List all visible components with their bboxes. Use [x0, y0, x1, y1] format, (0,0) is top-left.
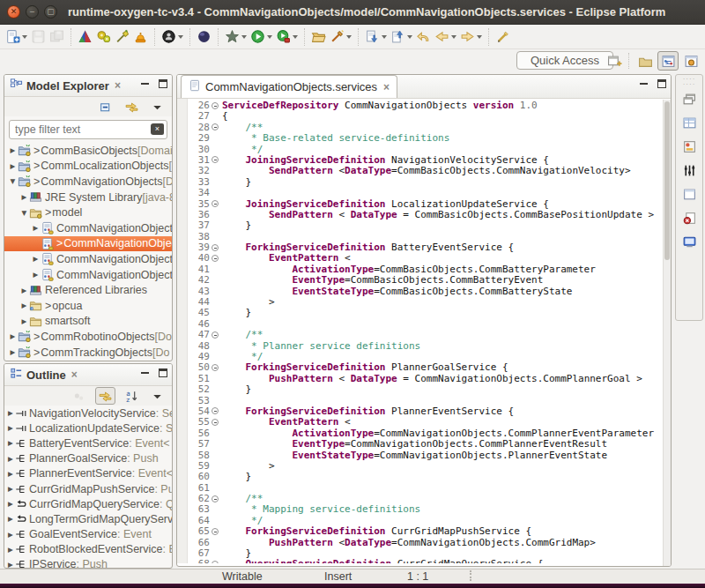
fold-marker-icon[interactable]: [210, 417, 222, 428]
dropdown-arrow-icon[interactable]: [451, 35, 456, 39]
tree-item-commtrackingobjects[interactable]: ▶> CommTrackingObjects [Do: [4, 345, 172, 361]
tree-item-referenced-libraries[interactable]: ▶Referenced Libraries: [4, 282, 172, 298]
toolbar-clean-icon[interactable]: [113, 26, 131, 48]
view-toolbar-view-menu-icon[interactable]: [148, 98, 167, 115]
collapsed-arrow-icon[interactable]: ▶: [6, 424, 15, 432]
tree-item-smartsoft[interactable]: ▶smartsoft: [4, 314, 172, 330]
dropdown-arrow-icon[interactable]: [241, 35, 247, 39]
fold-marker-icon[interactable]: [210, 123, 222, 133]
tab-editor-file[interactable]: CommNavigationObjects.services ×: [181, 75, 397, 98]
quick-access-button[interactable]: Quick Access: [516, 51, 613, 70]
dropdown-arrow-icon[interactable]: [22, 35, 27, 39]
dropdown-arrow-icon[interactable]: [346, 35, 352, 39]
fold-marker-icon[interactable]: [210, 559, 222, 563]
tree-item-commrobotinoobjects[interactable]: ▶> CommRobotinoObjects [Do: [4, 329, 172, 345]
toolbar-web-icon[interactable]: [195, 26, 213, 48]
toolbar-forward-icon[interactable]: [458, 26, 484, 48]
view-toolbar-view-menu-icon[interactable]: [148, 387, 167, 405]
collapsed-arrow-icon[interactable]: ▶: [6, 409, 15, 417]
toolbar-run-icon[interactable]: [249, 26, 274, 48]
toolbar-new-wizard-icon[interactable]: [4, 26, 29, 48]
outline-item-plannereventservice[interactable]: ▶PlannerEventService: Event<: [4, 466, 172, 481]
minimize-window-icon[interactable]: –: [26, 5, 39, 19]
outline-item-localizationupdateservice[interactable]: ▶LocalizationUpdateService: S: [4, 421, 172, 435]
dropdown-arrow-icon[interactable]: [178, 35, 183, 39]
collapsed-arrow-icon[interactable]: ▶: [31, 255, 41, 263]
toolbar-prev-annotation-icon[interactable]: [389, 26, 414, 48]
minimize-view-icon[interactable]: [141, 79, 150, 88]
dropdown-arrow-icon[interactable]: [267, 35, 272, 39]
collapsed-arrow-icon[interactable]: ▶: [6, 485, 15, 493]
fold-marker-icon[interactable]: [210, 494, 222, 504]
toolbar-last-edit-location-icon[interactable]: [494, 26, 512, 48]
toolbar-next-annotation-icon[interactable]: [363, 26, 389, 48]
toolbar-external-tools-icon[interactable]: [274, 26, 300, 48]
toolbar-highlight-icon[interactable]: [328, 26, 353, 48]
tree-item-commnavigationobjects[interactable]: ▼> CommNavigationObjects [D: [4, 174, 172, 190]
perspective-resource-perspective-icon[interactable]: [634, 51, 656, 71]
fold-marker-icon[interactable]: [210, 362, 222, 373]
fold-marker-icon[interactable]: [210, 253, 222, 264]
outline-item-robotblockedeventservice[interactable]: ▶RobotBlockedEventService: E: [4, 542, 172, 557]
expanded-arrow-icon[interactable]: ▼: [19, 209, 29, 217]
collapsed-arrow-icon[interactable]: ▶: [19, 193, 29, 201]
fast-view-filters-view[interactable]: [679, 160, 700, 181]
minimize-editor-icon[interactable]: [640, 79, 649, 88]
fast-view-restore-views[interactable]: [679, 88, 700, 109]
editor-scrollbar[interactable]: [663, 100, 671, 566]
expanded-arrow-icon[interactable]: ▼: [8, 177, 18, 185]
toolbar-debug-icon[interactable]: [223, 26, 249, 48]
perspective-modeling-perspective-icon[interactable]: [657, 51, 679, 71]
close-view-icon[interactable]: ×: [115, 79, 121, 92]
toolbar-generate-code-icon[interactable]: [94, 26, 113, 48]
toolbar-save-icon[interactable]: [29, 26, 48, 48]
fast-view-blank-view[interactable]: [679, 183, 700, 205]
outline-item-ipservice[interactable]: ▶IPService: Push: [4, 557, 172, 569]
collapsed-arrow-icon[interactable]: ▶: [8, 348, 18, 356]
dropdown-arrow-icon[interactable]: [407, 35, 412, 39]
fast-view-console-view[interactable]: [679, 231, 700, 252]
collapsed-arrow-icon[interactable]: ▶: [6, 546, 15, 554]
tree-item-opcua[interactable]: ▶?> opcua: [4, 298, 172, 314]
collapsed-arrow-icon[interactable]: ▶: [31, 224, 41, 232]
fold-marker-icon[interactable]: [210, 242, 222, 253]
view-toolbar-collapse-dots-icon[interactable]: [70, 387, 88, 405]
collapsed-arrow-icon[interactable]: ▶: [8, 162, 18, 170]
collapsed-arrow-icon[interactable]: ▶: [6, 439, 15, 447]
view-toolbar-link-editor-icon[interactable]: [122, 98, 141, 115]
tab-outline[interactable]: Outline ×: [10, 367, 78, 383]
fold-marker-icon[interactable]: [210, 155, 222, 166]
outline-item-currgridmappushservice[interactable]: ▶CurrGridMapPushService: Pu: [4, 481, 172, 496]
fold-marker-icon[interactable]: [210, 406, 222, 417]
fold-marker-icon[interactable]: [210, 526, 222, 537]
close-view-icon[interactable]: ×: [71, 368, 78, 381]
outline-item-plannergoalservice[interactable]: ▶PlannerGoalService: Push: [4, 451, 172, 466]
tree-item-model[interactable]: ▼> model: [4, 205, 172, 220]
fold-marker-icon[interactable]: [210, 199, 222, 210]
collapsed-arrow-icon[interactable]: ▶: [6, 470, 15, 478]
close-editor-icon[interactable]: ×: [383, 81, 390, 93]
toolbar-user-icon[interactable]: [160, 26, 185, 48]
collapsed-arrow-icon[interactable]: ▶: [6, 531, 15, 539]
fast-view-table-view[interactable]: [679, 112, 700, 133]
view-toolbar-sort-icon[interactable]: az: [122, 387, 141, 405]
fold-marker-icon[interactable]: [210, 330, 222, 340]
code-editor[interactable]: 26ServiceDefRepository CommNavigationObj…: [177, 99, 671, 563]
maximize-editor-icon[interactable]: [657, 79, 666, 88]
toolbar-back-icon[interactable]: [433, 26, 458, 48]
collapsed-arrow-icon[interactable]: ▶: [19, 287, 29, 294]
fold-marker-icon[interactable]: [210, 100, 222, 111]
toolbar-save-all-icon[interactable]: [48, 26, 66, 48]
view-toolbar-link-editor-icon[interactable]: [95, 387, 115, 405]
maximize-view-icon[interactable]: [159, 368, 167, 377]
tree-item-commnavigationobjects-s[interactable]: ▶CommNavigationObjects.s: [4, 251, 172, 267]
dropdown-arrow-icon[interactable]: [477, 35, 482, 39]
tree-item-jre-system-library[interactable]: ▶JRE System Library [java-8-o: [4, 190, 172, 205]
tab-model-explorer[interactable]: Model Explorer ×: [10, 78, 121, 93]
drag-handle[interactable]: ········: [683, 77, 696, 86]
maximize-window-icon[interactable]: ▢: [44, 5, 57, 19]
view-toolbar-collapse-all-icon[interactable]: [97, 98, 115, 115]
perspective-open-perspective-icon[interactable]: [604, 51, 625, 71]
dropdown-arrow-icon[interactable]: [293, 35, 298, 39]
collapsed-arrow-icon[interactable]: ▶: [8, 332, 18, 340]
